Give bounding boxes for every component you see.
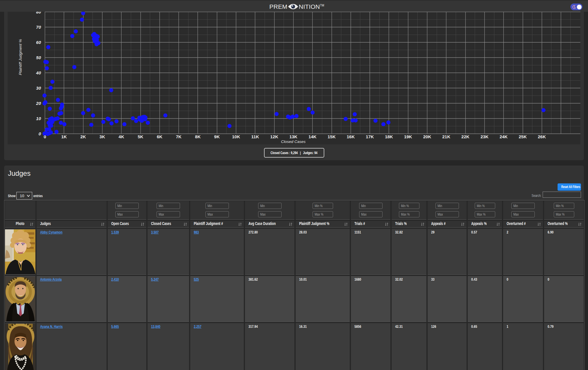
svg-text:Plaintiff Judgment %: Plaintiff Judgment % (18, 39, 23, 75)
svg-text:1K: 1K (61, 134, 67, 139)
svg-text:4K: 4K (119, 134, 124, 139)
svg-text:24K: 24K (500, 134, 508, 139)
svg-text:30: 30 (36, 86, 41, 91)
svg-text:21K: 21K (442, 134, 450, 139)
svg-text:3K: 3K (100, 134, 105, 139)
svg-text:13K: 13K (289, 134, 298, 139)
svg-text:11K: 11K (251, 134, 259, 139)
svg-text:Closed Cases: Closed Cases (281, 139, 306, 144)
svg-text:2K: 2K (80, 134, 86, 139)
svg-text:0: 0 (39, 131, 41, 136)
svg-text:60: 60 (36, 40, 41, 45)
svg-text:17K: 17K (366, 134, 374, 139)
svg-text:50: 50 (36, 55, 41, 60)
svg-text:12K: 12K (270, 134, 278, 139)
svg-text:10K: 10K (232, 134, 240, 139)
svg-text:18K: 18K (385, 134, 393, 139)
svg-text:10: 10 (36, 116, 41, 121)
svg-text:15K: 15K (328, 134, 336, 139)
svg-text:20K: 20K (423, 134, 431, 139)
svg-text:6K: 6K (157, 134, 162, 139)
svg-text:26K: 26K (538, 134, 546, 139)
svg-text:70: 70 (36, 25, 41, 30)
svg-text:25K: 25K (519, 134, 527, 139)
svg-text:19K: 19K (404, 134, 412, 139)
svg-text:7K: 7K (176, 134, 181, 139)
svg-text:16K: 16K (347, 134, 355, 139)
svg-text:14K: 14K (308, 134, 317, 139)
svg-text:9K: 9K (214, 134, 220, 139)
svg-text:22K: 22K (461, 134, 469, 139)
svg-text:8K: 8K (195, 134, 200, 139)
svg-text:40: 40 (36, 70, 41, 75)
svg-text:20: 20 (36, 101, 41, 106)
svg-text:23K: 23K (481, 134, 489, 139)
svg-text:5K: 5K (138, 134, 143, 139)
